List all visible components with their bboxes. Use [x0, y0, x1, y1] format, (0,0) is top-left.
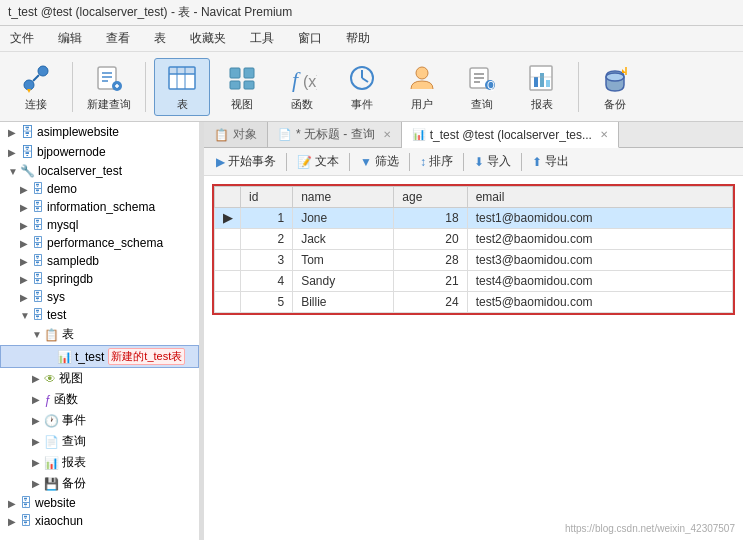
table-row[interactable]: ▶1Jone18test1@baomidou.com	[215, 208, 733, 229]
db-icon-springdb: 🗄	[32, 272, 44, 286]
cell-name[interactable]: Billie	[293, 292, 394, 313]
sidebar-item-bjpowernode[interactable]: ▶ 🗄 bjpowernode	[0, 142, 199, 162]
main-container: ▶ 🗄 asimplewebsite ▶ 🗄 bjpowernode ▼ 🔧 l…	[0, 122, 743, 540]
sidebar-scroll: ▶ 🗄 asimplewebsite ▶ 🗄 bjpowernode ▼ 🔧 l…	[0, 122, 199, 540]
cell-email[interactable]: test1@baomidou.com	[467, 208, 732, 229]
cell-age[interactable]: 21	[394, 271, 467, 292]
svg-point-25	[416, 67, 428, 79]
cell-name[interactable]: Tom	[293, 250, 394, 271]
table-row[interactable]: 3Tom28test3@baomidou.com	[215, 250, 733, 271]
menu-help[interactable]: 帮助	[340, 28, 376, 49]
th-age[interactable]: age	[394, 187, 467, 208]
btn-export[interactable]: ⬆ 导出	[526, 151, 575, 172]
btn-begin-transaction-label: 开始事务	[228, 153, 276, 170]
svg-rect-19	[244, 81, 254, 89]
sidebar-item-views[interactable]: ▶ 👁 视图	[0, 368, 199, 389]
tab-table-close[interactable]: ✕	[600, 129, 608, 140]
th-email[interactable]: email	[467, 187, 732, 208]
th-name[interactable]: name	[293, 187, 394, 208]
svg-rect-17	[244, 68, 254, 78]
sidebar-item-sys[interactable]: ▶ 🗄 sys	[0, 288, 199, 306]
toolbar-new-query[interactable]: 新建查询	[81, 58, 137, 116]
menu-tools[interactable]: 工具	[244, 28, 280, 49]
label-bjpowernode: bjpowernode	[37, 145, 106, 159]
toolbar-backup[interactable]: 备份	[587, 58, 643, 116]
cell-age[interactable]: 18	[394, 208, 467, 229]
sidebar-item-reports[interactable]: ▶ 📊 报表	[0, 452, 199, 473]
toolbar-report[interactable]: 报表	[514, 58, 570, 116]
sidebar-item-queries[interactable]: ▶ 📄 查询	[0, 431, 199, 452]
toggle-reports: ▶	[32, 457, 44, 468]
sidebar-item-functions[interactable]: ▶ ƒ 函数	[0, 389, 199, 410]
btn-begin-transaction[interactable]: ▶ 开始事务	[210, 151, 282, 172]
toolbar-connect[interactable]: 连接	[8, 58, 64, 116]
sidebar-item-t-test[interactable]: 📊 t_test 新建的t_test表	[0, 345, 199, 368]
btn-filter[interactable]: ▼ 筛选	[354, 151, 405, 172]
db-icon-perf: 🗄	[32, 236, 44, 250]
btn-filter-label: 筛选	[375, 153, 399, 170]
table-row[interactable]: 2Jack20test2@baomidou.com	[215, 229, 733, 250]
sidebar-item-asimplewebsite[interactable]: ▶ 🗄 asimplewebsite	[0, 122, 199, 142]
toolbar-table[interactable]: 表	[154, 58, 210, 116]
cell-id[interactable]: 4	[241, 271, 293, 292]
menu-bar: 文件 编辑 查看 表 收藏夹 工具 窗口 帮助	[0, 26, 743, 52]
backup-icon	[599, 62, 631, 94]
cell-name[interactable]: Jack	[293, 229, 394, 250]
svg-rect-35	[546, 80, 550, 87]
sidebar-item-events[interactable]: ▶ 🕐 事件	[0, 410, 199, 431]
cell-age[interactable]: 24	[394, 292, 467, 313]
sidebar-item-test[interactable]: ▼ 🗄 test	[0, 306, 199, 324]
menu-file[interactable]: 文件	[4, 28, 40, 49]
sidebar-item-performance-schema[interactable]: ▶ 🗄 performance_schema	[0, 234, 199, 252]
sidebar-item-xiaochun[interactable]: ▶ 🗄 xiaochun	[0, 512, 199, 530]
cell-email[interactable]: test2@baomidou.com	[467, 229, 732, 250]
toolbar-query2[interactable]: Q 查询	[454, 58, 510, 116]
cell-age[interactable]: 28	[394, 250, 467, 271]
toolbar-user[interactable]: 用户	[394, 58, 450, 116]
label-functions: 函数	[54, 391, 78, 408]
menu-favorites[interactable]: 收藏夹	[184, 28, 232, 49]
btn-import[interactable]: ⬇ 导入	[468, 151, 517, 172]
sidebar-item-tables-group[interactable]: ▼ 📋 表	[0, 324, 199, 345]
db-icon-mysql: 🗄	[32, 218, 44, 232]
sidebar-item-backup[interactable]: ▶ 💾 备份	[0, 473, 199, 494]
cell-email[interactable]: test4@baomidou.com	[467, 271, 732, 292]
sidebar-item-information-schema[interactable]: ▶ 🗄 information_schema	[0, 198, 199, 216]
cell-id[interactable]: 3	[241, 250, 293, 271]
sidebar-item-website[interactable]: ▶ 🗄 website	[0, 494, 199, 512]
toolbar-event[interactable]: 事件	[334, 58, 390, 116]
sidebar-item-sampledb[interactable]: ▶ 🗄 sampledb	[0, 252, 199, 270]
cell-id[interactable]: 5	[241, 292, 293, 313]
cell-id[interactable]: 2	[241, 229, 293, 250]
menu-window[interactable]: 窗口	[292, 28, 328, 49]
cell-email[interactable]: test5@baomidou.com	[467, 292, 732, 313]
cell-email[interactable]: test3@baomidou.com	[467, 250, 732, 271]
sidebar-item-mysql[interactable]: ▶ 🗄 mysql	[0, 216, 199, 234]
menu-view[interactable]: 查看	[100, 28, 136, 49]
cell-name[interactable]: Sandy	[293, 271, 394, 292]
toolbar-sep-2	[145, 62, 146, 112]
menu-table[interactable]: 表	[148, 28, 172, 49]
btn-text[interactable]: 📝 文本	[291, 151, 345, 172]
cell-id[interactable]: 1	[241, 208, 293, 229]
table-row[interactable]: 4Sandy21test4@baomidou.com	[215, 271, 733, 292]
btn-sort[interactable]: ↕ 排序	[414, 151, 459, 172]
cell-name[interactable]: Jone	[293, 208, 394, 229]
th-id[interactable]: id	[241, 187, 293, 208]
tab-table[interactable]: 📊 t_test @test (localserver_tes... ✕	[402, 122, 619, 148]
cell-age[interactable]: 20	[394, 229, 467, 250]
toggle-test: ▼	[20, 310, 32, 321]
table-row[interactable]: 5Billie24test5@baomidou.com	[215, 292, 733, 313]
toggle-xiaochun: ▶	[8, 516, 20, 527]
sidebar-item-localserver-test[interactable]: ▼ 🔧 localserver_test	[0, 162, 199, 180]
label-sys: sys	[47, 290, 65, 304]
tab-query-close[interactable]: ✕	[383, 129, 391, 140]
sidebar-item-demo[interactable]: ▶ 🗄 demo	[0, 180, 199, 198]
sidebar-item-springdb[interactable]: ▶ 🗄 springdb	[0, 270, 199, 288]
toolbar-function[interactable]: f (x) 函数	[274, 58, 330, 116]
reports-icon: 📊	[44, 456, 59, 470]
tab-query[interactable]: 📄 * 无标题 - 查询 ✕	[268, 122, 402, 147]
tab-objects[interactable]: 📋 对象	[204, 122, 268, 147]
toolbar-view[interactable]: 视图	[214, 58, 270, 116]
menu-edit[interactable]: 编辑	[52, 28, 88, 49]
